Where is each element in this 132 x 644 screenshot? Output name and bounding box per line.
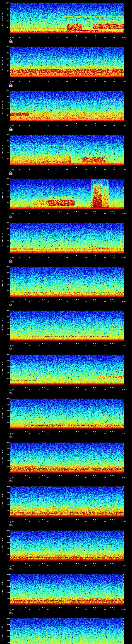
x-tick-label: 45 — [91, 37, 100, 38]
y-tick-label: 600 — [4, 454, 10, 456]
x-tick-label: 55 — [110, 608, 119, 610]
y-tick-label: 0 — [4, 32, 10, 34]
y-axis-tick — [10, 452, 10, 452]
x-axis-tick — [88, 212, 88, 212]
x-axis-tick — [29, 475, 30, 476]
y-axis-tick-right — [123, 323, 124, 323]
x-axis-tick — [120, 80, 120, 80]
y-tick-label: 800 — [4, 272, 10, 274]
y-tick-label: 1000 — [4, 618, 10, 619]
x-axis-tick — [63, 431, 64, 432]
y-axis-tick-right — [123, 530, 124, 531]
x-tick-label: 15 — [34, 169, 43, 170]
x-axis-tick — [97, 256, 98, 256]
y-axis-tick — [10, 144, 10, 144]
x-axis-tick — [40, 256, 41, 256]
x-axis-tick — [118, 344, 118, 344]
y-tick-label: 600 — [4, 542, 10, 544]
x-axis-tick — [82, 519, 82, 520]
x-axis-tick — [118, 563, 118, 564]
x-axis-tick — [27, 607, 28, 608]
x-axis-tick — [24, 212, 24, 212]
y-tick-label: 600 — [4, 586, 10, 587]
x-axis-tick — [33, 36, 33, 36]
x-tick-label: 15 — [34, 476, 43, 478]
x-axis-tick — [58, 563, 58, 564]
x-axis-tick — [63, 519, 64, 520]
x-tick-label: 35 — [72, 301, 81, 302]
x-axis-tick — [24, 36, 24, 36]
x-tick-label: 45 — [91, 125, 100, 126]
y-axis-title: Frequency (Hz) — [1, 135, 3, 165]
x-axis-tick — [71, 212, 71, 212]
x-axis-tick — [12, 36, 12, 36]
x-axis-date-line: 2015 — [6, 41, 15, 43]
x-axis-tick — [105, 343, 105, 344]
x-axis-tick — [29, 519, 30, 520]
y-axis-tick-right — [123, 492, 124, 493]
x-axis-tick — [71, 300, 71, 300]
y-tick-label: 0 — [4, 76, 10, 78]
x-axis-tick — [48, 123, 48, 124]
x-axis-tick — [10, 563, 10, 564]
x-tick-label: 20 — [44, 257, 52, 258]
x-tick-label: 5 — [15, 608, 24, 610]
x-axis-tick — [61, 300, 62, 300]
x-tick-label: 45 — [91, 345, 100, 346]
x-axis-date-line: 2015 — [6, 481, 15, 482]
x-tick-label: 30 — [62, 608, 72, 610]
y-axis-tick — [10, 182, 10, 182]
x-axis-tick — [27, 212, 28, 212]
x-axis-tick — [97, 431, 98, 432]
x-axis-tick — [40, 519, 41, 520]
plot-right-border — [124, 442, 124, 473]
x-axis-tick — [48, 167, 48, 168]
y-tick-label: 0 — [4, 472, 10, 474]
y-axis-tick-right — [123, 115, 124, 115]
x-tick-label: 40 — [82, 301, 90, 302]
x-axis-tick — [118, 607, 118, 608]
x-axis-tick — [82, 256, 82, 256]
x-axis-tick — [27, 36, 28, 36]
x-axis-tick — [24, 519, 24, 520]
x-axis-tick — [84, 387, 84, 388]
x-axis-tick — [50, 80, 50, 80]
x-axis-tick — [27, 300, 28, 300]
x-axis-tick — [48, 211, 48, 212]
x-axis-tick — [31, 607, 31, 608]
x-axis-tick — [46, 256, 46, 256]
x-tick-label: 25 — [53, 520, 62, 522]
x-axis-tick — [14, 431, 14, 432]
y-tick-label: 400 — [4, 108, 10, 110]
spectrogram-panel: Frequency (Hz)020040060080010005:19:0051… — [0, 0, 132, 44]
y-axis-tick-right — [123, 429, 124, 429]
y-axis-tick-right — [123, 341, 124, 341]
y-tick-label: 400 — [4, 372, 10, 374]
plot-right-border — [124, 179, 124, 209]
x-axis-tick — [80, 344, 80, 344]
x-axis-tick — [12, 607, 12, 608]
spectrogram-image — [10, 354, 124, 385]
y-tick-label: 200 — [4, 290, 10, 292]
x-axis-tick — [82, 36, 82, 36]
x-tick-label: 55 — [110, 564, 119, 566]
y-axis-tick-right — [123, 185, 124, 185]
plot-right-border — [124, 47, 124, 77]
y-axis-tick — [10, 138, 10, 138]
spectrogram-panel: Frequency (Hz)020040060080010005:21:0051… — [0, 88, 132, 132]
plot-right-border — [124, 3, 124, 33]
x-axis-tick — [50, 36, 50, 36]
x-axis-tick — [122, 256, 122, 256]
x-axis-tick — [67, 563, 67, 564]
x-axis-tick — [46, 344, 46, 344]
x-axis-tick — [58, 255, 58, 256]
x-axis-tick — [101, 519, 101, 520]
x-axis-tick — [40, 344, 41, 344]
spectrogram-image — [10, 135, 124, 165]
x-axis-tick — [12, 256, 12, 256]
x-tick-label: 45 — [91, 169, 100, 170]
x-axis-tick — [48, 343, 48, 344]
x-tick-label: 15 — [34, 301, 43, 302]
x-axis-tick — [40, 80, 41, 80]
y-tick-label: 0 — [4, 384, 10, 386]
